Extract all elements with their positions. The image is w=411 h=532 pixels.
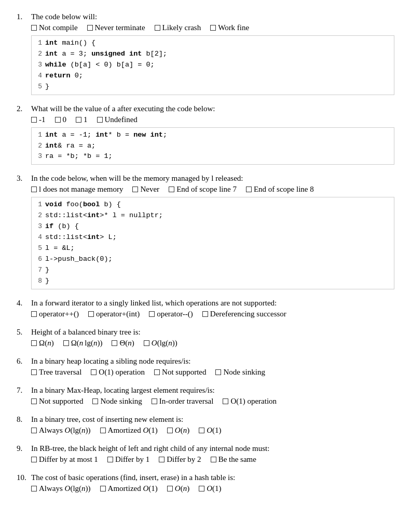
- option-3-3[interactable]: End of scope line 7: [169, 185, 237, 194]
- option-2-2[interactable]: 0: [55, 115, 67, 124]
- checkbox-10-4[interactable]: [199, 486, 204, 491]
- checkbox-5-1[interactable]: [31, 340, 37, 346]
- checkbox-3-2[interactable]: [132, 187, 138, 192]
- checkbox-2-2[interactable]: [55, 117, 61, 123]
- option-4-4[interactable]: Dereferencing successor: [202, 310, 286, 318]
- option-5-2[interactable]: Ω(n lg(n)): [63, 339, 103, 348]
- question-text-5: Height of a balanced binary tree is:: [31, 328, 394, 337]
- option-10-2[interactable]: Amortized O(1): [100, 484, 158, 493]
- option-7-3[interactable]: In-order traversal: [152, 397, 214, 406]
- checkbox-2-4[interactable]: [97, 117, 103, 123]
- question-text-10: The cost of basic operations (find, inse…: [31, 473, 394, 482]
- checkbox-4-1[interactable]: [31, 311, 37, 317]
- option-3-4[interactable]: End of scope line 8: [246, 185, 314, 194]
- options-line-5: Ω(n)Ω(n lg(n))Θ(n)O(lg(n)): [31, 339, 394, 348]
- option-7-2[interactable]: Node sinking: [92, 397, 142, 406]
- option-1-4[interactable]: Work fine: [210, 23, 249, 32]
- checkbox-6-2[interactable]: [91, 369, 97, 375]
- checkbox-4-2[interactable]: [88, 311, 94, 317]
- checkbox-5-3[interactable]: [112, 340, 117, 346]
- code-line-1-4: 4 return 0;: [36, 71, 390, 82]
- option-8-3[interactable]: O(n): [167, 426, 189, 435]
- option-1-2[interactable]: Never terminate: [87, 23, 145, 32]
- option-2-1[interactable]: -1: [31, 115, 46, 124]
- checkbox-1-4[interactable]: [210, 25, 216, 31]
- option-9-3[interactable]: Differ by 2: [159, 455, 201, 464]
- option-5-1[interactable]: Ω(n): [31, 339, 54, 348]
- checkbox-9-4[interactable]: [211, 457, 216, 462]
- option-label-8-4: O(1): [207, 426, 221, 435]
- option-5-4[interactable]: O(lg(n)): [144, 339, 177, 348]
- checkbox-10-1[interactable]: [31, 486, 37, 491]
- checkbox-3-1[interactable]: [31, 187, 37, 192]
- checkbox-6-4[interactable]: [215, 369, 221, 375]
- line-num-3-8: 8: [36, 276, 45, 287]
- option-10-1[interactable]: Always O(lg(n)): [31, 484, 91, 493]
- option-10-4[interactable]: O(1): [199, 484, 221, 493]
- checkbox-3-4[interactable]: [246, 187, 252, 192]
- checkbox-3-3[interactable]: [169, 187, 174, 192]
- checkbox-7-1[interactable]: [31, 398, 37, 404]
- option-7-1[interactable]: Not supported: [31, 397, 83, 406]
- option-6-3[interactable]: Not supported: [154, 368, 206, 377]
- option-6-4[interactable]: Node sinking: [215, 368, 265, 377]
- option-2-3[interactable]: 1: [76, 115, 88, 124]
- option-9-2[interactable]: Differ by 1: [107, 455, 149, 464]
- checkbox-8-4[interactable]: [199, 428, 204, 433]
- option-5-3[interactable]: Θ(n): [112, 339, 134, 348]
- option-label-5-3: Θ(n): [119, 339, 134, 348]
- option-8-1[interactable]: Always O(lg(n)): [31, 426, 91, 435]
- checkbox-4-4[interactable]: [202, 311, 208, 317]
- code-line-3-4: 4 std::list<int> L;: [36, 232, 390, 243]
- checkbox-4-3[interactable]: [149, 311, 155, 317]
- checkbox-5-4[interactable]: [144, 340, 149, 346]
- checkbox-10-2[interactable]: [100, 486, 106, 491]
- checkbox-9-2[interactable]: [107, 457, 113, 462]
- option-4-2[interactable]: operator+(int): [88, 310, 140, 318]
- checkbox-9-1[interactable]: [31, 457, 37, 462]
- option-3-2[interactable]: Never: [132, 185, 159, 194]
- checkbox-7-3[interactable]: [152, 398, 157, 404]
- checkbox-8-2[interactable]: [100, 428, 106, 433]
- option-4-1[interactable]: operator++(): [31, 310, 79, 318]
- code-line-3-1: 1void foo(bool b) {: [36, 200, 390, 210]
- option-2-4[interactable]: Undefined: [97, 115, 138, 124]
- checkbox-6-3[interactable]: [154, 369, 160, 375]
- checkbox-8-3[interactable]: [167, 428, 173, 433]
- code-block-2: 1int a = -1; int* b = new int;2int& ra =…: [31, 127, 394, 165]
- option-1-3[interactable]: Likely crash: [155, 23, 201, 32]
- option-10-3[interactable]: O(n): [167, 484, 189, 493]
- checkbox-5-2[interactable]: [63, 340, 69, 346]
- option-4-3[interactable]: operator--(): [149, 310, 193, 318]
- option-6-1[interactable]: Tree traversal: [31, 368, 81, 377]
- option-3-1[interactable]: l does not manage memory: [31, 185, 123, 194]
- checkbox-1-2[interactable]: [87, 25, 93, 31]
- question-4: 4.In a forward iterator to a singly link…: [17, 299, 394, 318]
- option-7-4[interactable]: O(1) operation: [223, 397, 277, 406]
- question-text-3: In the code below, when will be the memo…: [31, 174, 394, 183]
- option-label-6-3: Not supported: [162, 368, 206, 377]
- checkbox-2-1[interactable]: [31, 117, 37, 123]
- checkbox-1-1[interactable]: [31, 25, 37, 31]
- question-3: 3.In the code below, when will be the me…: [17, 174, 394, 289]
- checkbox-10-3[interactable]: [167, 486, 173, 491]
- question-line-2: 2.What will be the value of a after exec…: [17, 104, 394, 113]
- checkbox-9-3[interactable]: [159, 457, 165, 462]
- checkbox-7-4[interactable]: [223, 398, 228, 404]
- option-8-2[interactable]: Amortized O(1): [100, 426, 158, 435]
- question-number-9: 9.: [17, 444, 31, 453]
- checkbox-7-2[interactable]: [92, 398, 98, 404]
- checkbox-2-3[interactable]: [76, 117, 81, 123]
- option-6-2[interactable]: O(1) operation: [91, 368, 145, 377]
- line-num-3-7: 7: [36, 265, 45, 276]
- option-9-4[interactable]: Be the same: [211, 455, 256, 464]
- option-label-10-2: Amortized O(1): [108, 484, 158, 493]
- checkbox-6-1[interactable]: [31, 369, 37, 375]
- question-text-4: In a forward iterator to a singly linked…: [31, 299, 394, 308]
- code-line-2-2: 2int& ra = a;: [36, 141, 390, 152]
- option-9-1[interactable]: Differ by at most 1: [31, 455, 98, 464]
- checkbox-1-3[interactable]: [155, 25, 160, 31]
- checkbox-8-1[interactable]: [31, 428, 37, 433]
- option-1-1[interactable]: Not compile: [31, 23, 78, 32]
- option-8-4[interactable]: O(1): [199, 426, 221, 435]
